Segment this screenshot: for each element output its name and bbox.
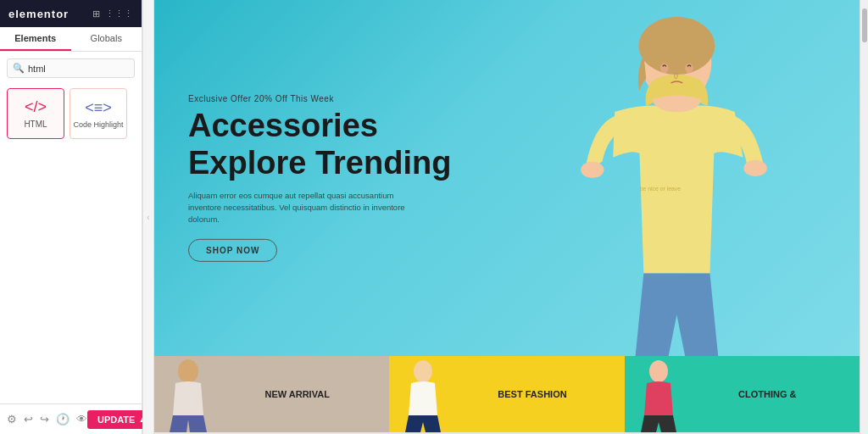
hero-content: Exclusive Offer 20% Off This Week Access… bbox=[188, 94, 451, 262]
card-person-3 bbox=[633, 356, 684, 432]
widget-code-highlight-label: Code Highlight bbox=[73, 120, 123, 129]
collapse-panel-handle[interactable]: ‹ bbox=[142, 0, 154, 434]
svg-point-9 bbox=[414, 360, 432, 382]
settings-icon[interactable]: ⚙ bbox=[7, 413, 17, 426]
undo-icon[interactable]: ↩ bbox=[24, 413, 33, 426]
widget-grid: </> HTML <≡> Code Highlight bbox=[0, 85, 142, 142]
bottom-card-clothing: CLOTHING & bbox=[625, 356, 860, 432]
preview-icon[interactable]: 👁 bbox=[76, 413, 87, 426]
code-highlight-widget-icon: <≡> bbox=[85, 99, 112, 117]
bottom-card-new-arrival: NEW ARRIVAL bbox=[154, 356, 389, 432]
top-bar-icons: ⊞ ⋮⋮⋮ bbox=[92, 8, 133, 19]
search-icon: 🔍 bbox=[13, 63, 25, 74]
svg-point-10 bbox=[649, 360, 668, 382]
tab-globals[interactable]: Globals bbox=[71, 27, 142, 51]
bottom-cards: NEW ARRIVAL BEST FASHION CLOTHING & bbox=[154, 356, 860, 432]
tab-elements[interactable]: Elements bbox=[0, 27, 71, 51]
hero-person-image: be nice or leave bbox=[520, 8, 792, 356]
hero-exclusive-offer: Exclusive Offer 20% Off This Week bbox=[188, 94, 451, 103]
search-bar: 🔍 × bbox=[7, 58, 135, 78]
bottom-card-new-arrival-label: NEW ARRIVAL bbox=[264, 389, 329, 399]
search-input[interactable] bbox=[28, 64, 145, 74]
widget-html[interactable]: </> HTML bbox=[7, 88, 64, 139]
canvas-inner: be nice or leave Exclusive Offer 20% Off… bbox=[154, 0, 860, 432]
html-widget-icon: </> bbox=[25, 98, 47, 116]
right-scrollbar[interactable] bbox=[860, 0, 868, 434]
scrollbar-thumb[interactable] bbox=[862, 8, 867, 42]
card-person-1 bbox=[163, 356, 214, 432]
bottom-card-clothing-label: CLOTHING & bbox=[738, 389, 796, 399]
hero-title: Accessories bbox=[188, 108, 451, 144]
hero-subtitle: Explore Trending bbox=[188, 146, 451, 181]
top-bar: elementor ⊞ ⋮⋮⋮ bbox=[0, 0, 142, 27]
svg-point-4 bbox=[743, 160, 766, 177]
left-panel: elementor ⊞ ⋮⋮⋮ Elements Globals 🔍 × </>… bbox=[0, 0, 142, 434]
hero-section: be nice or leave Exclusive Offer 20% Off… bbox=[154, 0, 860, 356]
app-logo: elementor bbox=[8, 8, 69, 20]
bottom-card-best-fashion: BEST FASHION bbox=[389, 356, 624, 432]
bottom-card-best-fashion-label: BEST FASHION bbox=[498, 389, 566, 399]
svg-point-3 bbox=[581, 162, 604, 179]
canvas-area: be nice or leave Exclusive Offer 20% Off… bbox=[154, 0, 860, 434]
widget-html-label: HTML bbox=[24, 120, 47, 129]
panel-tabs: Elements Globals bbox=[0, 27, 142, 52]
menu-icon[interactable]: ⋮⋮⋮ bbox=[105, 8, 133, 19]
grid-icon[interactable]: ⊞ bbox=[92, 8, 100, 19]
card-person-2 bbox=[398, 356, 448, 432]
svg-text:be nice or leave: be nice or leave bbox=[640, 186, 681, 192]
hero-description: Aliquam error eos cumque aut repellat qu… bbox=[188, 189, 409, 225]
redo-icon[interactable]: ↪ bbox=[40, 413, 49, 426]
history-icon[interactable]: 🕐 bbox=[56, 413, 70, 426]
bottom-bar: ⚙ ↩ ↪ 🕐 👁 UPDATE ▲ bbox=[0, 403, 142, 434]
svg-point-8 bbox=[178, 359, 198, 383]
widget-code-highlight[interactable]: <≡> Code Highlight bbox=[70, 88, 127, 139]
shop-now-button[interactable]: SHOP NOW bbox=[188, 239, 277, 262]
bottom-icons: ⚙ ↩ ↪ 🕐 👁 bbox=[7, 413, 87, 426]
